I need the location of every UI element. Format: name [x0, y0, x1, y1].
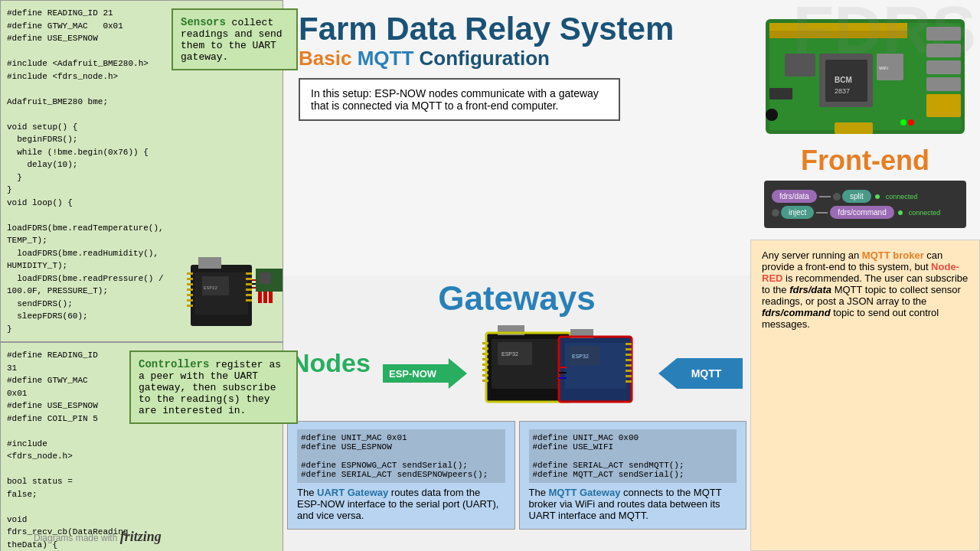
svg-rect-21: [263, 292, 267, 303]
uart-description: The UART Gateway routes data from the ES…: [297, 487, 505, 521]
sensor-code-line-9: [7, 108, 164, 121]
svg-rect-10: [187, 299, 193, 302]
uart-code-5: #define SERIAL_ACT sendESPNOWpeers();: [301, 470, 501, 479]
flow-node-split-container: split: [833, 190, 871, 203]
svg-rect-116: [769, 88, 792, 99]
sensor-code-line-15: }: [7, 184, 164, 197]
footer: Diagrams made with fritzing: [34, 529, 162, 545]
svg-rect-19: [260, 272, 271, 284]
svg-rect-9: [187, 294, 193, 296]
flow-node-inject-container: inject: [772, 206, 814, 219]
connected-text-1: connected: [886, 193, 918, 201]
svg-rect-15: [246, 289, 252, 291]
right-column: FDRS BCM 2837: [750, 0, 980, 551]
mqtt-arrow: MQTT: [658, 358, 743, 389]
fdrs-logo: FDRS: [792, 0, 976, 64]
gateway-boards: ESP32: [482, 325, 635, 420]
svg-point-112: [908, 119, 914, 126]
diagram-row: Nodes ESP-NOW ESP32: [283, 321, 750, 421]
flow-node-split: split: [842, 190, 871, 203]
svg-text:ESP32: ESP32: [501, 351, 518, 357]
flow-connector-2: [816, 212, 828, 214]
subtitle-mqtt: MQTT: [358, 47, 420, 70]
mqtt-gw-code-block: #define UNIT_MAC 0x00 #define USE_WIFI #…: [529, 429, 737, 483]
svg-rect-7: [187, 283, 193, 285]
sensor-code-line-11: beginFDRS();: [7, 133, 164, 146]
connected-text-2: connected: [909, 209, 941, 217]
flow-port-dot: [833, 193, 841, 201]
sensor-code-line-14: }: [7, 171, 164, 184]
svg-rect-14: [246, 283, 252, 285]
svg-rect-89: [626, 364, 632, 367]
svg-rect-1: [198, 257, 221, 269]
flow-node-inject: inject: [781, 206, 814, 219]
mqtt-gw-code-2: #define USE_WIFI: [533, 442, 733, 452]
svg-rect-109: [835, 122, 873, 134]
svg-rect-13: [246, 278, 252, 280]
sensor-code-line-20: sendFDRS();: [7, 298, 164, 311]
svg-point-113: [900, 119, 906, 126]
svg-rect-22: [269, 292, 273, 303]
uart-code-4: #define ESPNOWG_ACT sendSerial();: [301, 461, 501, 470]
flow-row-data: fdrs/data split connected: [772, 190, 959, 203]
mqtt-broker-keyword: MQTT broker: [862, 249, 924, 261]
subtitle-basic: Basic: [299, 47, 351, 70]
uart-code-2: #define USE_ESPNOW: [301, 442, 501, 452]
ctrl-code-line-4: #define COIL_PIN 5: [7, 412, 103, 425]
sensor-code-line-2: #define GTWY_MAC 0x01: [7, 20, 164, 33]
svg-text:2837: 2837: [835, 87, 850, 95]
svg-text:ESP32: ESP32: [204, 285, 217, 291]
svg-rect-88: [626, 359, 632, 361]
svg-rect-16: [246, 294, 252, 296]
svg-rect-101: [926, 77, 961, 91]
sensor-description-box: Sensors collect readings and send them t…: [172, 8, 298, 70]
mqtt-description-box: Any server running an MQTT broker can pr…: [750, 240, 980, 551]
svg-rect-91: [626, 375, 632, 377]
center-top-area: Farm Data Relay System Basic MQTT Config…: [283, 0, 750, 276]
controller-description-box: Controllers register as a peer with the …: [129, 350, 298, 424]
svg-rect-5: [187, 272, 193, 275]
ctrl-code-line-6: #include <fdrs_node.h>: [7, 438, 103, 463]
svg-text:BCM: BCM: [835, 76, 852, 84]
sensor-code-line-19: loadFDRS(bme.readPressure() / 100.0F, PR…: [7, 272, 164, 298]
sensor-code-line-17: loadFDRS(bme.readTemperature(), TEMP_T);: [7, 209, 164, 247]
info-box: In this setup: ESP-NOW nodes communicate…: [299, 78, 620, 121]
sensor-code-line-16: void loop() {: [7, 197, 164, 210]
sensor-code-line-6: #include <fdrs_node.h>: [7, 70, 164, 83]
svg-rect-90: [626, 370, 632, 372]
footer-brand: fritzing: [120, 529, 162, 544]
ctrl-code-line-8: bool status = false;: [7, 475, 103, 500]
gateways-title: Gateways: [438, 279, 595, 318]
footer-made-with: Diagrams made with: [34, 533, 117, 543]
info-box-text: In this setup: ESP-NOW nodes communicate…: [311, 87, 599, 112]
topic2-text: fdrs/command: [762, 307, 831, 318]
sensor-code-line-12: while (!bme.begin(0x76)) {: [7, 146, 164, 159]
main-container: Sensors collect readings and send them t…: [0, 0, 980, 551]
page-subtitle: Basic MQTT Configuration: [299, 47, 735, 70]
flow-node-fdrs-data: fdrs/data: [772, 190, 817, 203]
mqtt-label: MQTT: [680, 367, 722, 380]
sensor-code-line-7: [7, 83, 164, 96]
svg-rect-87: [626, 354, 632, 356]
uart-gateway-box: #define UNIT_MAC 0x01 #define USE_ESPNOW…: [287, 421, 515, 530]
rpi-area: FDRS BCM 2837: [750, 0, 980, 240]
mqtt-gateway-box: #define UNIT_MAC 0x00 #define USE_WIFI #…: [519, 421, 747, 530]
sensor-keyword: Sensors: [181, 16, 226, 28]
mqtt-gw-description: The MQTT Gateway connects to the MQTT br…: [529, 487, 737, 521]
svg-rect-102: [926, 94, 961, 117]
flow-connector-1: [819, 196, 831, 197]
espnow-arrow: ESP-NOW: [383, 358, 467, 389]
left-column: Sensors collect readings and send them t…: [0, 0, 283, 551]
svg-rect-92: [626, 380, 632, 383]
mqtt-gw-keyword: MQTT Gateway: [549, 487, 621, 498]
sensor-code-line-22: }: [7, 323, 164, 336]
sensor-code-line-5: #include <Adafruit_BME280.h>: [7, 57, 164, 70]
sensor-code-line-1: #define READING_ID 21: [7, 7, 164, 20]
mqtt-gw-code-4: #define SERIAL_ACT sendMQTT();: [533, 461, 733, 470]
center-bottom-area: Gateways Nodes ESP-NOW ESP32: [283, 276, 750, 551]
gateway-description-boxes: #define UNIT_MAC 0x01 #define USE_ESPNOW…: [283, 421, 750, 530]
svg-rect-85: [626, 343, 632, 345]
svg-rect-8: [187, 289, 193, 291]
uart-keyword: UART Gateway: [317, 487, 388, 498]
flow-row-command: inject fdrs/command connected: [772, 206, 959, 219]
